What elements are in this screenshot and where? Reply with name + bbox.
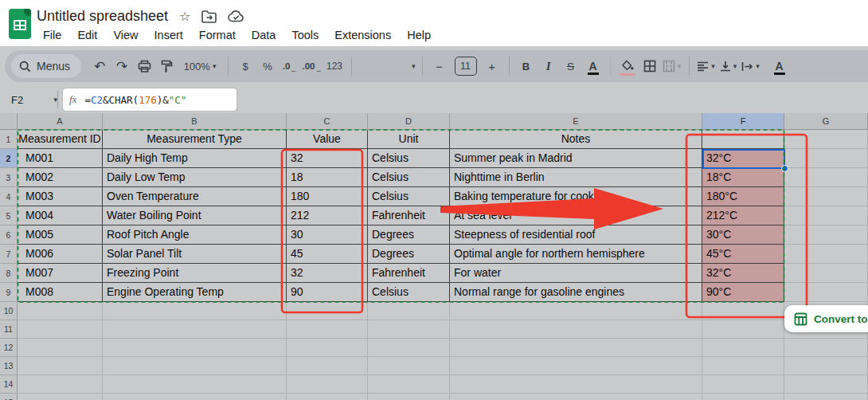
cell-E6[interactable]: Steepness of residential roof: [450, 225, 702, 245]
cell-A2[interactable]: M001: [18, 149, 103, 168]
cell-C1[interactable]: Value: [287, 130, 368, 149]
bold-button[interactable]: B: [516, 55, 537, 77]
row-header-9[interactable]: 9: [0, 283, 18, 302]
cell-F12[interactable]: [702, 339, 784, 357]
strikethrough-button[interactable]: S: [561, 55, 581, 77]
cell-F4[interactable]: 180°C: [702, 187, 784, 206]
cell-G2[interactable]: [784, 149, 868, 168]
cell-D3[interactable]: Celsius: [368, 168, 450, 187]
cell-B7[interactable]: Solar Panel Tilt: [103, 245, 287, 264]
cell-B1[interactable]: Measurement Type: [103, 130, 287, 149]
column-header-G[interactable]: G: [784, 113, 868, 130]
cell-D5[interactable]: Fahrenheit: [368, 206, 450, 225]
cell-C11[interactable]: [287, 320, 368, 339]
cell-E8[interactable]: For water: [450, 264, 702, 283]
merge-cells-button[interactable]: ▾: [662, 55, 682, 77]
cell-A4[interactable]: M003: [18, 187, 103, 206]
cell-D10[interactable]: [368, 302, 450, 320]
cell-B10[interactable]: [103, 302, 287, 320]
row-header-11[interactable]: 11: [0, 320, 18, 339]
cloud-saved-icon[interactable]: [228, 10, 244, 22]
cell-A13[interactable]: [18, 357, 103, 375]
font-size-input[interactable]: 11: [455, 57, 477, 76]
cell-G9[interactable]: [784, 283, 868, 302]
cell-F15[interactable]: [702, 394, 784, 400]
convert-to-table-chip[interactable]: Convert to: [784, 305, 868, 332]
print-button[interactable]: [134, 55, 154, 77]
cell-D7[interactable]: Degrees: [368, 245, 450, 264]
menu-view[interactable]: View: [105, 27, 146, 43]
cell-B8[interactable]: Freezing Point: [103, 264, 287, 283]
cell-D13[interactable]: [368, 357, 450, 375]
menu-data[interactable]: Data: [244, 27, 284, 43]
cell-C9[interactable]: 90: [287, 283, 368, 302]
menu-insert[interactable]: Insert: [147, 27, 191, 43]
more-formats-button[interactable]: 123: [324, 55, 345, 77]
document-title[interactable]: Untitled spreadsheet: [37, 8, 168, 25]
horizontal-align-button[interactable]: ▾: [696, 55, 717, 77]
cell-D15[interactable]: [368, 394, 450, 400]
formula-input[interactable]: fx =C2&CHAR(176)&"C": [63, 88, 237, 111]
cell-B15[interactable]: [103, 394, 287, 400]
format-percent-button[interactable]: %: [257, 55, 278, 77]
cell-A14[interactable]: [18, 375, 103, 394]
cell-A12[interactable]: [18, 339, 103, 357]
cell-A7[interactable]: M006: [18, 245, 103, 264]
cell-B13[interactable]: [103, 357, 287, 375]
cell-E4[interactable]: Baking temperature for cookies: [450, 187, 702, 206]
cell-D2[interactable]: Celsius: [368, 149, 450, 168]
cell-F5[interactable]: 212°C: [702, 206, 784, 225]
cell-G1[interactable]: [784, 130, 868, 149]
cell-A6[interactable]: M005: [18, 225, 103, 245]
cell-G7[interactable]: [784, 245, 868, 264]
column-header-C[interactable]: C: [287, 113, 368, 130]
cell-D11[interactable]: [368, 320, 450, 339]
cell-D12[interactable]: [368, 339, 450, 357]
text-wrap-button[interactable]: ▾: [741, 55, 761, 77]
row-header-7[interactable]: 7: [0, 245, 18, 264]
row-header-2[interactable]: 2: [0, 149, 18, 168]
cell-C4[interactable]: 180: [287, 187, 368, 206]
cell-A5[interactable]: M004: [18, 206, 103, 225]
cell-G15[interactable]: [784, 394, 868, 400]
decrease-font-size-button[interactable]: −: [429, 55, 450, 77]
cell-A11[interactable]: [18, 320, 103, 339]
menu-format[interactable]: Format: [191, 27, 244, 43]
cell-F6[interactable]: 30°C: [702, 225, 784, 245]
borders-button[interactable]: [639, 55, 660, 77]
row-header-15[interactable]: 15: [0, 394, 18, 400]
format-currency-button[interactable]: $: [235, 55, 256, 77]
column-header-B[interactable]: B: [103, 113, 287, 130]
row-header-8[interactable]: 8: [0, 264, 18, 283]
cell-C10[interactable]: [287, 302, 368, 320]
cell-B3[interactable]: Daily Low Temp: [103, 168, 287, 187]
select-all-corner[interactable]: [0, 113, 18, 130]
cell-G6[interactable]: [784, 225, 868, 245]
cell-C8[interactable]: 32: [287, 264, 368, 283]
cell-C2[interactable]: 32: [287, 149, 368, 168]
paint-format-button[interactable]: [156, 55, 177, 77]
spreadsheet-grid[interactable]: ABCDEFG123456789101112131415Measurement …: [0, 113, 868, 400]
zoom-select[interactable]: 100% ▾: [178, 55, 221, 77]
cell-C5[interactable]: 212: [287, 206, 368, 225]
fill-color-button[interactable]: [617, 55, 638, 77]
redo-button[interactable]: ↷: [111, 55, 132, 77]
cell-F10[interactable]: [702, 302, 784, 320]
cell-B9[interactable]: Engine Operating Temp: [103, 283, 287, 302]
cell-F13[interactable]: [702, 357, 784, 375]
cell-A15[interactable]: [18, 394, 103, 400]
cell-B5[interactable]: Water Boiling Point: [103, 206, 287, 225]
text-rotation-button[interactable]: A: [769, 55, 790, 77]
cell-G4[interactable]: [784, 187, 868, 206]
cell-A1[interactable]: Measurement ID: [18, 130, 103, 149]
increase-decimal-button[interactable]: .00→: [302, 55, 323, 77]
move-to-folder-icon[interactable]: [201, 10, 217, 23]
cell-B4[interactable]: Oven Temperature: [103, 187, 287, 206]
cell-D1[interactable]: Unit: [368, 130, 450, 149]
cell-E15[interactable]: [450, 394, 702, 400]
cell-D9[interactable]: Celsius: [368, 283, 450, 302]
row-header-5[interactable]: 5: [0, 206, 18, 225]
cell-B6[interactable]: Roof Pitch Angle: [103, 225, 287, 245]
cell-B2[interactable]: Daily High Temp: [103, 149, 287, 168]
cell-D8[interactable]: Fahrenheit: [368, 264, 450, 283]
